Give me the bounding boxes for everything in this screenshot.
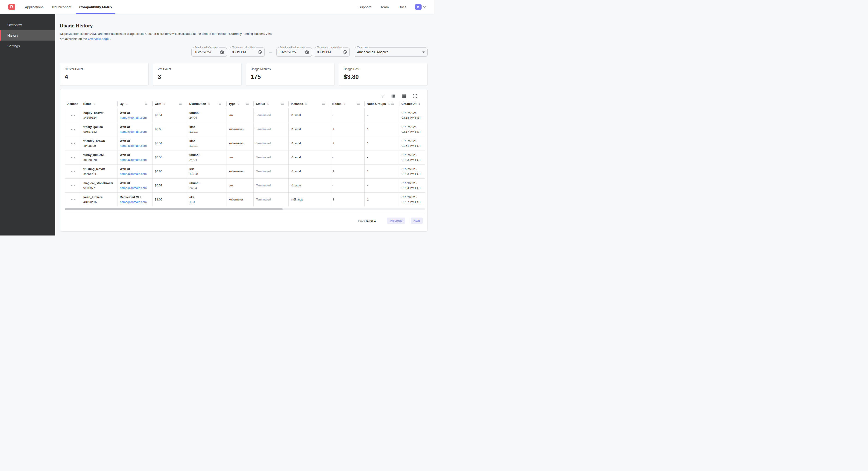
timezone-select[interactable]: Timezone America/Los_Angeles xyxy=(354,48,428,57)
tab-troubleshoot[interactable]: Troubleshoot xyxy=(48,0,75,14)
sort-icon[interactable]: ⇅ xyxy=(125,102,128,106)
cell-nodes: 1 xyxy=(330,122,365,136)
column-menu-icon[interactable] xyxy=(246,103,249,105)
terminated-after-time-field[interactable]: Terminated after time 03:19 PM xyxy=(229,48,265,57)
sidebar-item-history[interactable]: History xyxy=(0,30,55,40)
column-separator[interactable] xyxy=(288,101,289,107)
created-time: 03:18 PM PST xyxy=(402,115,423,120)
column-menu-icon[interactable] xyxy=(219,103,221,105)
column-menu-icon[interactable] xyxy=(357,103,360,105)
column-header-status[interactable]: Status⇅ xyxy=(254,100,289,108)
density-icon[interactable] xyxy=(402,94,406,98)
terminated-before-date-field[interactable]: Terminated before date 01/27/2025 xyxy=(276,48,312,57)
column-separator[interactable] xyxy=(187,101,187,107)
column-header-name[interactable]: Name⇅ xyxy=(81,100,118,108)
cluster-id: a48d9324 xyxy=(83,115,115,120)
cost-value: $0.51 xyxy=(155,183,185,188)
sidebar-item-settings[interactable]: Settings xyxy=(0,40,55,51)
dropdown-caret-icon[interactable] xyxy=(422,51,425,53)
column-menu-icon[interactable] xyxy=(392,103,394,105)
terminated-before-time-field[interactable]: Terminated before time 03:19 PM xyxy=(314,48,350,57)
stat-value: $3.80 xyxy=(344,73,423,81)
column-separator[interactable] xyxy=(399,101,399,107)
column-separator[interactable] xyxy=(330,101,330,107)
row-actions-button[interactable] xyxy=(70,142,76,145)
calendar-icon[interactable] xyxy=(305,50,309,54)
column-header-type[interactable]: Type⇅ xyxy=(226,100,254,108)
column-separator[interactable] xyxy=(253,101,254,107)
column-header-by[interactable]: By⇅ xyxy=(118,100,153,108)
support-link[interactable]: Support xyxy=(359,5,371,9)
row-actions-button[interactable] xyxy=(70,198,76,202)
terminated-after-date-field[interactable]: Terminated after date 10/27/2024 xyxy=(191,48,227,57)
column-menu-icon[interactable] xyxy=(179,103,182,105)
user-avatar[interactable]: K xyxy=(415,4,422,10)
previous-page-button[interactable]: Previous xyxy=(387,217,405,224)
column-header-cost[interactable]: Cost⇅ xyxy=(153,100,187,108)
column-separator[interactable] xyxy=(152,101,153,107)
row-email-link[interactable]: name@domain.com xyxy=(120,171,150,176)
type-value: kubernetes xyxy=(229,141,251,146)
cell-nodes: - xyxy=(330,150,365,164)
sort-icon[interactable]: ⇅ xyxy=(208,102,210,106)
clock-icon[interactable] xyxy=(343,50,347,54)
filter-icon[interactable] xyxy=(380,94,385,98)
page-indicator-current: [1] of 1 xyxy=(366,219,376,223)
clock-icon[interactable] xyxy=(258,50,262,54)
distribution-name: ubuntu xyxy=(189,110,224,115)
sort-icon[interactable]: ⇅ xyxy=(305,102,307,106)
column-header-instance[interactable]: Instance⇅ xyxy=(289,100,330,108)
instance-value: r1.large xyxy=(291,183,328,188)
column-menu-icon[interactable] xyxy=(322,103,325,105)
column-separator[interactable] xyxy=(226,101,227,107)
row-actions-button[interactable] xyxy=(70,128,76,131)
column-header-nodes[interactable]: Nodes⇅ xyxy=(330,100,365,108)
row-email-link[interactable]: name@domain.com xyxy=(120,129,150,134)
usage-table-card: ActionsName⇅By⇅Cost⇅Distribution⇅Type⇅St… xyxy=(60,89,428,232)
created-time: 01:34 PM PST xyxy=(402,185,423,190)
node-groups-value: 1 xyxy=(367,127,397,131)
stat-card-cluster-count: Cluster Count 4 xyxy=(60,63,149,86)
row-email-link[interactable]: name@domain.com xyxy=(120,157,150,162)
cell-by: Web UIname@domain.com xyxy=(118,122,153,136)
tab-applications[interactable]: Applications xyxy=(21,0,48,14)
row-email-link[interactable]: name@domain.com xyxy=(120,143,150,148)
row-email-link[interactable]: name@domain.com xyxy=(120,200,150,204)
horizontal-scrollbar[interactable] xyxy=(65,208,425,210)
row-actions-button[interactable] xyxy=(70,170,76,174)
sort-icon[interactable]: ⇅ xyxy=(343,102,345,106)
columns-icon[interactable] xyxy=(391,94,396,98)
column-header-distribution[interactable]: Distribution⇅ xyxy=(187,100,226,108)
column-header-node_groups[interactable]: Node Groups⇅ xyxy=(365,100,399,108)
overview-page-link[interactable]: Overview page xyxy=(88,37,109,40)
created-date: 01/27/2025 xyxy=(402,167,423,171)
sidebar-item-overview[interactable]: Overview xyxy=(0,19,55,30)
calendar-icon[interactable] xyxy=(220,50,224,54)
row-email-link[interactable]: name@domain.com xyxy=(120,185,150,190)
sort-icon[interactable]: ⇅ xyxy=(163,102,165,106)
terminated-after-time-label: Terminated after time xyxy=(231,46,256,49)
docs-link[interactable]: Docs xyxy=(399,5,406,9)
cell-created_at: 01/27/202501:03 PM PST xyxy=(399,164,425,178)
column-header-created_at[interactable]: Created At↓ xyxy=(399,100,425,108)
team-link[interactable]: Team xyxy=(380,5,389,9)
next-page-button[interactable]: Next xyxy=(411,217,423,224)
sort-desc-icon[interactable]: ↓ xyxy=(418,102,421,106)
column-menu-icon[interactable] xyxy=(281,103,284,105)
sort-icon[interactable]: ⇅ xyxy=(93,102,96,106)
row-actions-button[interactable] xyxy=(70,184,76,187)
sort-icon[interactable]: ⇅ xyxy=(237,102,240,106)
column-menu-icon[interactable] xyxy=(145,103,148,105)
cell-distribution: kind1.32.1 xyxy=(187,122,226,136)
column-separator[interactable] xyxy=(117,101,118,107)
sort-icon[interactable]: ⇅ xyxy=(388,102,390,106)
row-actions-button[interactable] xyxy=(70,114,76,117)
row-email-link[interactable]: name@domain.com xyxy=(120,115,150,120)
scrollbar-thumb[interactable] xyxy=(65,208,283,210)
fullscreen-icon[interactable] xyxy=(412,94,417,98)
avatar-chevron-down-icon[interactable] xyxy=(423,6,426,8)
sort-icon[interactable]: ⇅ xyxy=(267,102,269,106)
column-separator[interactable] xyxy=(364,101,365,107)
tab-compatibility-matrix[interactable]: Compatibility Matrix xyxy=(75,0,116,14)
row-actions-button[interactable] xyxy=(70,156,76,159)
